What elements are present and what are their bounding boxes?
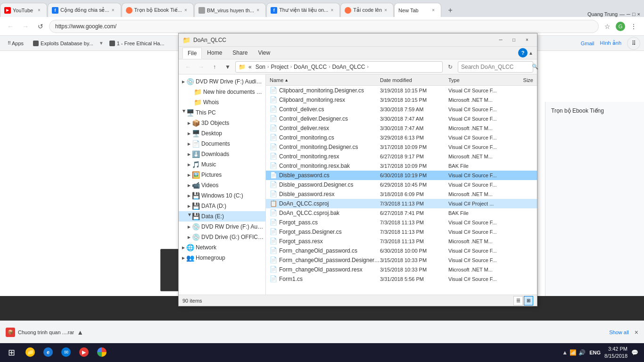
tray-notifications[interactable]: 💬 xyxy=(631,349,638,356)
tree-item-dvdg[interactable]: ▶ 💿 DVD Drive (G:) OFFICE11... xyxy=(179,232,265,242)
menu-button[interactable]: ⋮ xyxy=(627,20,640,33)
tray-volume[interactable]: 🔊 xyxy=(578,349,586,356)
nav-recent-button[interactable]: ▼ xyxy=(222,61,233,73)
file-row[interactable]: 📄 Control_monitoring.Designer.cs 3/17/20… xyxy=(266,142,537,152)
breadcrumb-doan1[interactable]: DoAn_QLCC xyxy=(294,64,327,70)
tree-item-desktop[interactable]: ▶ 🖥️ Desktop xyxy=(179,128,265,139)
breadcrumb-project[interactable]: Project xyxy=(271,64,288,70)
ribbon-collapse-button[interactable]: ▲ xyxy=(528,50,533,56)
reload-button[interactable]: ↺ xyxy=(34,20,47,33)
tab-bm[interactable]: BM_virus huyen th... × xyxy=(194,3,266,17)
file-row[interactable]: 📄 Forgot_pass.Designer.cs 7/3/2018 11:13… xyxy=(266,227,537,237)
tree-item-thispc[interactable]: ▶ 🖥️ This PC xyxy=(179,107,265,118)
file-row[interactable]: 📄 Disble_password.cs 6/30/2018 10:19 PM … xyxy=(266,171,537,180)
tree-item-documents[interactable]: ▶ 📄 Documents xyxy=(179,139,265,149)
tree-item-videos[interactable]: ▶ 📹 Videos xyxy=(179,180,265,190)
file-row[interactable]: 📄 Control_monitoring.resx.bak 3/17/2018 … xyxy=(266,161,537,171)
taskbar-chrome-button[interactable] xyxy=(93,344,110,361)
tab-youtube[interactable]: ▶ YouTube × xyxy=(0,3,47,17)
taskbar-media-button[interactable]: ▶ xyxy=(75,344,92,361)
nav-forward-button[interactable]: → xyxy=(196,61,207,73)
search-input[interactable] xyxy=(461,64,532,70)
file-row[interactable]: 📄 Form_changeOld_password.Designer.cs 3/… xyxy=(266,255,537,265)
file-row[interactable]: 📋 DoAn_QLCC.csproj 7/3/2018 11:13 PM Vis… xyxy=(266,199,537,208)
taskbar-mail-button[interactable]: ✉ xyxy=(58,344,74,361)
show-all-button[interactable]: Show all xyxy=(609,329,629,335)
tray-network[interactable]: 📶 xyxy=(570,349,577,356)
ribbon-tab-file[interactable]: File xyxy=(182,48,202,59)
start-button[interactable]: ⊞ xyxy=(2,344,21,361)
tree-item-datad[interactable]: ▶ 💾 DATA (D:) xyxy=(179,201,265,211)
explorer-close-button[interactable]: × xyxy=(521,35,533,45)
file-row[interactable]: 📄 Forgot_pass.cs 7/3/2018 11:13 PM Visua… xyxy=(266,218,537,227)
back-button[interactable]: ← xyxy=(4,20,17,33)
google-account-button[interactable]: G xyxy=(616,22,625,31)
tree-item-datae[interactable]: ▶ 💾 Data (E:) xyxy=(179,211,265,222)
nav-back-button[interactable]: ← xyxy=(182,61,194,73)
ribbon-help-button[interactable]: ? xyxy=(518,48,528,58)
tab-fb[interactable]: f Cộng đồng chia sẻ... × xyxy=(48,3,121,17)
tree-item-dvdrw-top[interactable]: ▶ 💿 DVD RW Drive (F:) Audio ... xyxy=(179,76,265,87)
maximize-btn[interactable]: □ xyxy=(632,11,636,17)
bookmark-exploits[interactable]: Exploits Database by... xyxy=(29,39,97,48)
tree-item-pictures[interactable]: ▶ 🖼️ Pictures xyxy=(179,170,265,180)
ribbon-tab-home[interactable]: Home xyxy=(202,47,227,58)
tab-close-ebook[interactable]: × xyxy=(182,7,190,14)
nav-refresh-button[interactable]: ↻ xyxy=(445,61,456,73)
breadcrumb-doan2[interactable]: DoAn_QLCC xyxy=(332,64,365,70)
tab-close-yt[interactable]: × xyxy=(35,7,43,14)
file-row[interactable]: 📄 Forgot_pass.resx 7/3/2018 11:13 PM Mic… xyxy=(266,237,537,246)
tree-item-dvdrwf[interactable]: ▶ 💿 DVD RW Drive (F:) Audio... xyxy=(179,222,265,232)
tree-item-network[interactable]: ▶ 🌐 Network xyxy=(179,242,265,253)
tree-item-windows10[interactable]: ▶ 💾 Windows 10 (C:) xyxy=(179,190,265,201)
file-row[interactable]: 📄 Clipboard_monitoring.resx 3/19/2018 10… xyxy=(266,95,537,105)
ribbon-tab-view[interactable]: View xyxy=(253,47,275,58)
tray-arrow[interactable]: ▲ xyxy=(562,349,568,356)
minimize-btn[interactable]: ─ xyxy=(627,11,630,17)
tree-item-downloads[interactable]: ▶ ⬇️ Downloads xyxy=(179,149,265,159)
file-row[interactable]: 📄 Control_deliver.Designer.cs 3/30/2018 … xyxy=(266,114,537,123)
bookmark-apps[interactable]: ⠿ Apps xyxy=(4,39,27,48)
file-row[interactable]: 📄 Disble_password.Designer.cs 6/29/2018 … xyxy=(266,180,537,189)
tree-item-whois[interactable]: 📁 Whois xyxy=(179,97,265,107)
bookmark-star-button[interactable]: ☆ xyxy=(601,20,614,33)
taskbar-clock[interactable]: 3:42 PM 8/15/2018 xyxy=(604,346,627,360)
tab-close-fb[interactable]: × xyxy=(109,7,117,14)
nav-up-button[interactable]: ↑ xyxy=(209,61,220,73)
file-row[interactable]: 📄 DoAn_QLCC.csproj.bak 6/27/2018 7:41 PM… xyxy=(266,208,537,218)
tab-close-upload[interactable]: × xyxy=(382,7,389,14)
new-tab-button[interactable]: + xyxy=(444,4,457,17)
explorer-minimize-button[interactable]: ─ xyxy=(495,35,507,45)
file-row[interactable]: 📄 Clipboard_monitoring.Designer.cs 3/19/… xyxy=(266,86,537,95)
download-expand-button[interactable]: ▲ xyxy=(77,329,83,336)
file-row[interactable]: 📄 Control_deliver.cs 3/30/2018 7:59 AM V… xyxy=(266,105,537,114)
tab-close-library[interactable]: × xyxy=(328,7,336,14)
taskbar-file-explorer-button[interactable]: 📁 xyxy=(22,344,39,361)
images-link[interactable]: Hình ảnh xyxy=(600,40,621,46)
close-btn[interactable]: × xyxy=(637,11,640,17)
view-btn-list[interactable]: ☰ xyxy=(513,296,523,305)
tab-library[interactable]: f Thư viện tài liệu on... × xyxy=(266,3,340,17)
col-header-type[interactable]: Type xyxy=(448,77,505,83)
explorer-maximize-button[interactable]: □ xyxy=(508,35,520,45)
col-header-name[interactable]: Name ▲ xyxy=(270,77,380,83)
tree-item-3dobjects[interactable]: ▶ 📦 3D Objects xyxy=(179,118,265,128)
view-btn-details[interactable]: ⊞ xyxy=(524,296,533,305)
tab-close-bm[interactable]: × xyxy=(254,7,262,14)
file-row[interactable]: 📄 Form_changeOld_password.cs 6/30/2018 1… xyxy=(266,246,537,255)
breadcrumb-son[interactable]: Son xyxy=(256,64,265,70)
tree-item-homegroup[interactable]: ▶ 👥 Homegroup xyxy=(179,253,265,263)
ribbon-tab-share[interactable]: Share xyxy=(227,47,253,58)
breadcrumb[interactable]: 📁 « Son › Project › DoAn_QLCC › DoAn_QLC… xyxy=(235,61,443,73)
tab-newtab[interactable]: New Tab × xyxy=(394,3,441,17)
tab-ebook[interactable]: Trọn bộ Ebook Tiế... × xyxy=(122,3,194,17)
file-row[interactable]: 📄 Form1.cs 3/31/2018 5:56 PM Visual C# S… xyxy=(266,274,537,284)
language-indicator[interactable]: ENG xyxy=(589,350,601,355)
file-row[interactable]: 📄 Form_changeOld_password.resx 3/15/2018… xyxy=(266,265,537,274)
file-row[interactable]: 📄 Control_deliver.resx 3/30/2018 7:47 AM… xyxy=(266,123,537,133)
address-bar[interactable] xyxy=(49,20,599,33)
download-close-button[interactable]: × xyxy=(635,329,638,336)
taskbar-edge-button[interactable]: e xyxy=(40,344,57,361)
tab-upload[interactable]: Tải code lên × xyxy=(340,3,394,17)
tree-item-newhire[interactable]: 📁 New hire documents - Hi... xyxy=(179,87,265,97)
